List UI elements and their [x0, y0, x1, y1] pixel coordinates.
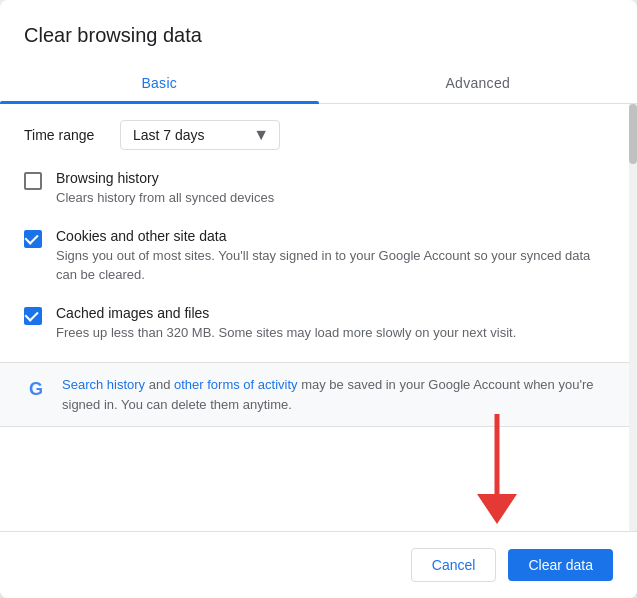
cookies-row: Cookies and other site data Signs you ou… [24, 228, 613, 285]
search-history-link[interactable]: Search history [62, 377, 145, 392]
clear-browsing-data-dialog: Clear browsing data Basic Advanced Time … [0, 0, 637, 598]
time-range-row: Time range Last 7 days ▼ [24, 120, 613, 150]
cached-checkbox[interactable] [24, 307, 42, 325]
browsing-history-label: Browsing history [56, 170, 613, 186]
cookies-label: Cookies and other site data [56, 228, 613, 244]
browsing-history-content: Browsing history Clears history from all… [56, 170, 613, 208]
cancel-button[interactable]: Cancel [411, 548, 497, 582]
dialog-footer: Cancel Clear data [0, 531, 637, 598]
scrollbar-track[interactable] [629, 104, 637, 531]
dialog-title: Clear browsing data [0, 0, 637, 47]
tab-advanced[interactable]: Advanced [319, 63, 638, 103]
time-range-select[interactable]: Last 7 days ▼ [120, 120, 280, 150]
cookies-content: Cookies and other site data Signs you ou… [56, 228, 613, 285]
dialog-body: Time range Last 7 days ▼ Browsing histor… [0, 104, 637, 531]
info-text: Search history and other forms of activi… [62, 375, 613, 414]
info-row: G Search history and other forms of acti… [0, 362, 637, 427]
google-g-icon: G [24, 377, 48, 401]
cookies-checkbox[interactable] [24, 230, 42, 248]
time-range-label: Time range [24, 127, 104, 143]
browsing-history-row: Browsing history Clears history from all… [24, 170, 613, 208]
scrollbar-thumb[interactable] [629, 104, 637, 164]
cached-desc: Frees up less than 320 MB. Some sites ma… [56, 323, 613, 343]
time-range-value: Last 7 days [133, 127, 205, 143]
cached-label: Cached images and files [56, 305, 613, 321]
tab-bar: Basic Advanced [0, 63, 637, 104]
info-text-mid: and [145, 377, 174, 392]
other-activity-link[interactable]: other forms of activity [174, 377, 298, 392]
clear-data-button[interactable]: Clear data [508, 549, 613, 581]
dropdown-arrow-icon: ▼ [253, 126, 269, 144]
cached-row: Cached images and files Frees up less th… [24, 305, 613, 343]
tab-basic[interactable]: Basic [0, 63, 319, 103]
browsing-history-desc: Clears history from all synced devices [56, 188, 613, 208]
cached-content: Cached images and files Frees up less th… [56, 305, 613, 343]
browsing-history-checkbox[interactable] [24, 172, 42, 190]
cookies-desc: Signs you out of most sites. You'll stay… [56, 246, 613, 285]
